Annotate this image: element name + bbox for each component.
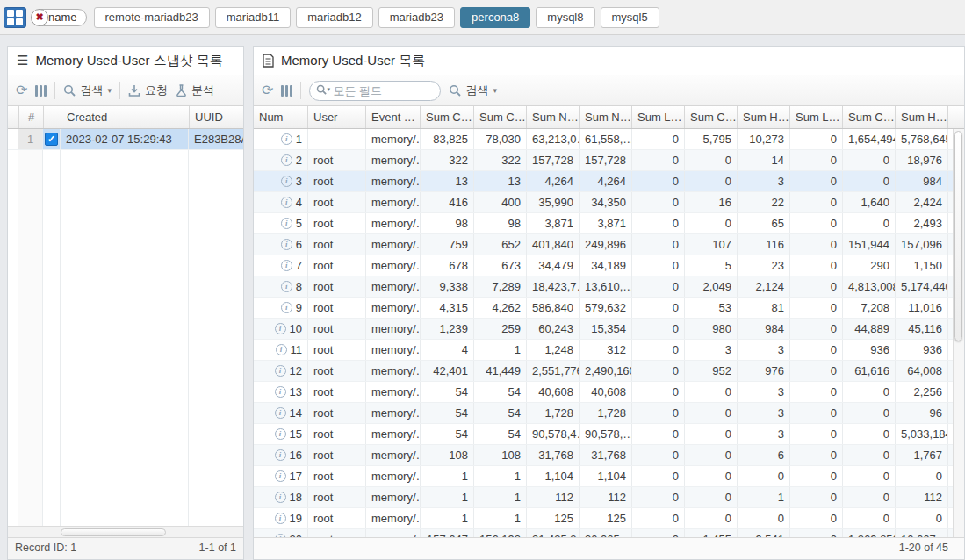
col-num-0[interactable]: Num xyxy=(254,106,308,128)
user-cell: root xyxy=(308,361,366,381)
col-sumc-8[interactable]: Sum C… xyxy=(685,106,738,128)
num-cell: i5 xyxy=(254,213,308,233)
info-icon[interactable]: i xyxy=(281,218,292,229)
row-number: 6 xyxy=(296,234,302,255)
memory-panel-header: Memory Used-User 목록 xyxy=(254,47,964,75)
table-row[interactable]: i17rootmemory/…111,1041,104000000 xyxy=(254,466,954,487)
flask-icon xyxy=(176,84,187,97)
event-cell: memory/… xyxy=(366,361,421,381)
columns-button[interactable] xyxy=(281,85,292,97)
vertical-scrollbar-thumb[interactable] xyxy=(954,131,962,341)
event-cell: memory/… xyxy=(366,403,421,423)
table-row[interactable]: i6rootmemory/…759652401,840249,896010711… xyxy=(254,234,954,255)
table-row[interactable]: i18rootmemory/…1111211200100112 xyxy=(254,487,954,508)
server-tab[interactable]: mysql8 xyxy=(536,7,594,28)
value-cell: 7,208 xyxy=(843,298,896,318)
value-cell: 5 xyxy=(685,255,738,276)
vertical-scrollbar[interactable] xyxy=(953,129,964,550)
horizontal-scrollbar-thumb[interactable] xyxy=(61,528,166,536)
info-icon[interactable]: i xyxy=(275,428,286,440)
col-event-2[interactable]: Event … xyxy=(366,106,421,128)
value-cell: 11,016 xyxy=(896,298,948,318)
table-row[interactable]: i7rootmemory/…67867334,47934,18905230290… xyxy=(254,255,954,276)
table-row[interactable]: i14rootmemory/…54541,7281,7280030096 xyxy=(254,403,954,424)
col-uuid[interactable]: UUID xyxy=(190,106,243,128)
table-row[interactable]: i11rootmemory/…411,2483120330936936 xyxy=(254,340,954,361)
horizontal-scrollbar[interactable] xyxy=(8,526,243,537)
info-icon[interactable]: i xyxy=(281,281,292,292)
info-icon[interactable]: i xyxy=(275,386,286,398)
table-row[interactable]: i12rootmemory/…42,40141,4492,551,7762,49… xyxy=(254,361,954,382)
search-label: 검색 xyxy=(465,83,488,98)
value-cell: 4,264 xyxy=(527,171,580,191)
col-sumn-6[interactable]: Sum N… xyxy=(580,106,632,128)
info-icon[interactable]: i xyxy=(281,176,292,187)
server-tab[interactable]: mariadb11 xyxy=(215,7,291,28)
refresh-button[interactable]: ⟳ xyxy=(262,83,273,97)
analyze-button[interactable]: 분석 xyxy=(176,83,214,98)
snapshot-row[interactable]: 1 ✓ 2023-02-07 15:29:43 E283B28A xyxy=(8,129,243,150)
table-row[interactable]: i19rootmemory/…11125125000000 xyxy=(254,508,954,529)
value-cell: 44,889 xyxy=(843,319,896,339)
remove-filter-x-icon[interactable]: ✖ xyxy=(31,9,48,26)
value-cell: 90,578,… xyxy=(580,424,632,444)
menu-icon[interactable]: ☰ xyxy=(17,53,28,68)
user-cell: root xyxy=(308,150,366,170)
info-icon[interactable]: i xyxy=(275,470,286,482)
value-cell: 53 xyxy=(685,298,738,318)
col-sumc-3[interactable]: Sum C… xyxy=(421,106,474,128)
info-icon[interactable]: i xyxy=(281,302,292,313)
server-tab[interactable]: remote-mariadb23 xyxy=(94,7,210,28)
info-icon[interactable]: i xyxy=(281,133,292,145)
col-suml-7[interactable]: Sum L… xyxy=(632,106,685,128)
table-row[interactable]: i8rootmemory/…9,3387,28918,423,7…13,610,… xyxy=(254,276,954,298)
col-created[interactable]: Created xyxy=(61,106,190,128)
info-icon[interactable]: i xyxy=(275,365,286,377)
table-row[interactable]: i15rootmemory/…545490,578,4…90,578,…0030… xyxy=(254,424,954,445)
num-cell: i13 xyxy=(254,382,308,402)
table-row[interactable]: i9rootmemory/…4,3154,262586,840579,63205… xyxy=(254,298,954,319)
table-row[interactable]: i10rootmemory/…1,23925960,24315,35409809… xyxy=(254,319,954,340)
info-icon[interactable]: i xyxy=(281,260,292,271)
table-row[interactable]: i4rootmemory/…41640035,99034,3500162201,… xyxy=(254,192,954,213)
info-icon[interactable]: i xyxy=(275,449,286,461)
info-icon[interactable]: i xyxy=(275,407,286,419)
col-checkbox[interactable] xyxy=(44,106,61,128)
info-icon[interactable]: i xyxy=(275,492,286,503)
table-row[interactable]: i1memory/…83,82578,03063,213,0…61,558,…0… xyxy=(254,129,954,150)
refresh-button[interactable]: ⟳ xyxy=(16,83,27,97)
col-sumc-11[interactable]: Sum C… xyxy=(843,106,896,128)
search-button[interactable]: 검색 ▾ xyxy=(449,83,497,98)
col-sumh-9[interactable]: Sum H… xyxy=(738,106,790,128)
field-filter-box: ▾ xyxy=(309,81,441,101)
search-button[interactable]: 검색 ▾ xyxy=(63,83,112,98)
col-suml-10[interactable]: Sum L… xyxy=(790,106,843,128)
col-sumc-4[interactable]: Sum C… xyxy=(474,106,527,128)
info-icon[interactable]: i xyxy=(275,513,286,524)
server-tab[interactable]: mariadb23 xyxy=(378,7,455,28)
row-number: 2 xyxy=(296,150,302,170)
info-icon[interactable]: i xyxy=(275,323,286,334)
info-icon[interactable]: i xyxy=(281,197,292,208)
filter-chip[interactable]: ✖ name xyxy=(33,9,87,26)
columns-button[interactable] xyxy=(35,85,47,97)
table-row[interactable]: i2rootmemory/…322322157,728157,728001400… xyxy=(254,150,954,171)
value-cell: 0 xyxy=(685,508,738,528)
row-checkbox[interactable]: ✓ xyxy=(45,133,58,146)
request-button[interactable]: 요청 xyxy=(128,83,168,98)
table-row[interactable]: i13rootmemory/…545440,60840,608003002,25… xyxy=(254,382,954,403)
app-grid-icon[interactable] xyxy=(4,7,26,28)
table-row[interactable]: i3rootmemory/…13134,2644,26400300984 xyxy=(254,171,954,192)
info-icon[interactable]: i xyxy=(276,344,287,355)
info-icon[interactable]: i xyxy=(281,239,292,250)
col-sumh-12[interactable]: Sum H… xyxy=(896,106,948,128)
table-row[interactable]: i16rootmemory/…10810831,76831,768006001,… xyxy=(254,445,954,466)
server-tab[interactable]: mariadb12 xyxy=(296,7,372,28)
server-tab[interactable]: percona8 xyxy=(460,7,530,28)
col-sumn-5[interactable]: Sum N… xyxy=(527,106,580,128)
col-user-1[interactable]: User xyxy=(308,106,366,128)
info-icon[interactable]: i xyxy=(281,154,292,166)
server-tab[interactable]: mysql5 xyxy=(601,7,659,28)
col-hash[interactable]: # xyxy=(19,106,44,128)
table-row[interactable]: i5rootmemory/…98983,8713,8710065002,493 xyxy=(254,213,954,234)
